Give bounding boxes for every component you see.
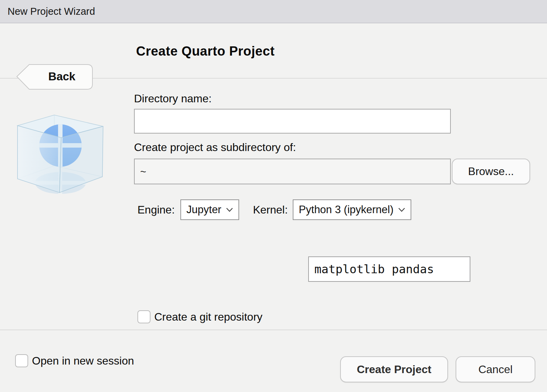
engine-kernel-row: Engine: Jupyter Kernel: Python 3 (ipyker… [137,199,411,220]
chevron-down-icon [398,208,405,212]
chevron-down-icon [226,208,233,212]
open-new-session-label: Open in new session [32,355,134,367]
quarto-project-icon [14,104,107,200]
window-titlebar: New Project Wizard [0,0,547,23]
venv-packages-input[interactable] [308,256,470,282]
wizard-footer: ✓ Open in new session Create Project Can… [0,330,547,392]
engine-select[interactable]: Jupyter [180,199,239,220]
directory-name-input[interactable] [134,109,451,134]
engine-label: Engine: [137,204,175,216]
open-new-session-checkbox[interactable]: ✓ [15,354,28,367]
kernel-label: Kernel: [253,204,288,216]
wizard-header: Back Create Quarto Project [0,24,547,79]
wizard-body: Directory name: Create project as subdir… [0,79,547,330]
git-repository-row: ✓ Create a git repository [137,310,263,323]
page-title: Create Quarto Project [136,24,275,79]
open-new-session-row: ✓ Open in new session [15,354,134,367]
create-project-button[interactable]: Create Project [340,356,448,382]
subdirectory-label: Create project as subdirectory of: [134,141,296,154]
new-project-wizard-dialog: New Project Wizard Back Create Quarto Pr… [0,0,547,392]
git-repository-checkbox[interactable]: ✓ [137,310,150,323]
kernel-select[interactable]: Python 3 (ipykernel) [293,199,412,220]
kernel-selected-value: Python 3 (ipykernel) [299,204,394,216]
directory-name-label: Directory name: [134,92,212,105]
window-title: New Project Wizard [8,6,95,17]
git-repository-label: Create a git repository [154,311,263,323]
browse-button[interactable]: Browse... [452,159,530,184]
cancel-button[interactable]: Cancel [456,356,535,382]
engine-selected-value: Jupyter [187,204,222,216]
subdirectory-path-input[interactable] [134,159,451,184]
